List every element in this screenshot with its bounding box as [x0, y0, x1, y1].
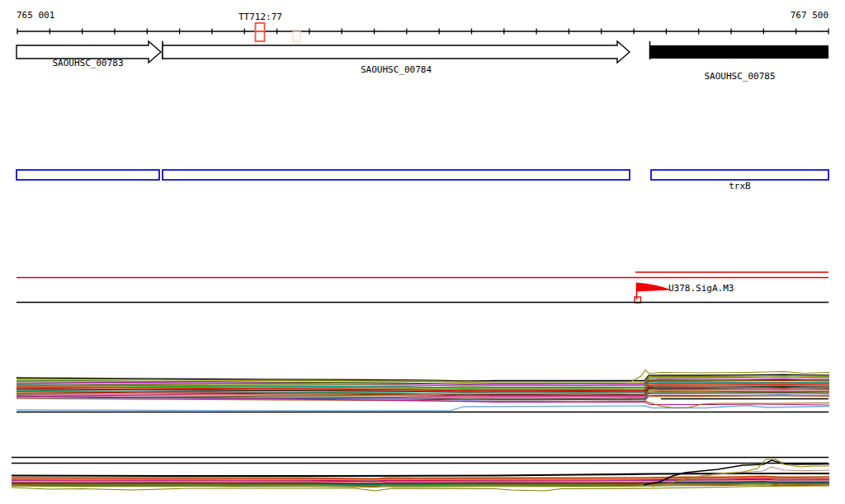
ruler-start-coordinate: 765 001	[17, 11, 54, 20]
main-plot-trace	[17, 406, 829, 412]
transcript-box-1[interactable]	[17, 170, 159, 180]
variant-label: TT712:77	[238, 12, 282, 21]
gene-arrow-00784[interactable]	[163, 41, 630, 63]
gene-label-00783: SAOUHSC_00783	[17, 59, 159, 68]
ruler-end-coordinate: 767 500	[791, 11, 828, 20]
gene-label-00785: SAOUHSC_00785	[651, 72, 828, 81]
transcript-label-trxb: trxB	[651, 181, 828, 191]
motif-flag-label: U378.SigA.M3	[668, 284, 734, 293]
gene-box-00785[interactable]	[650, 45, 828, 59]
motif-flag[interactable]	[636, 283, 672, 292]
variant-marker-faint[interactable]	[293, 32, 300, 42]
variant-marker-box-lower[interactable]	[256, 31, 265, 41]
variant-marker-box-upper[interactable]	[256, 23, 265, 31]
transcript-box-2[interactable]	[163, 170, 630, 180]
gene-label-00784: SAOUHSC_00784	[163, 65, 630, 74]
bottom-plot-trace	[697, 467, 829, 477]
transcript-box-trxb[interactable]	[651, 170, 828, 180]
